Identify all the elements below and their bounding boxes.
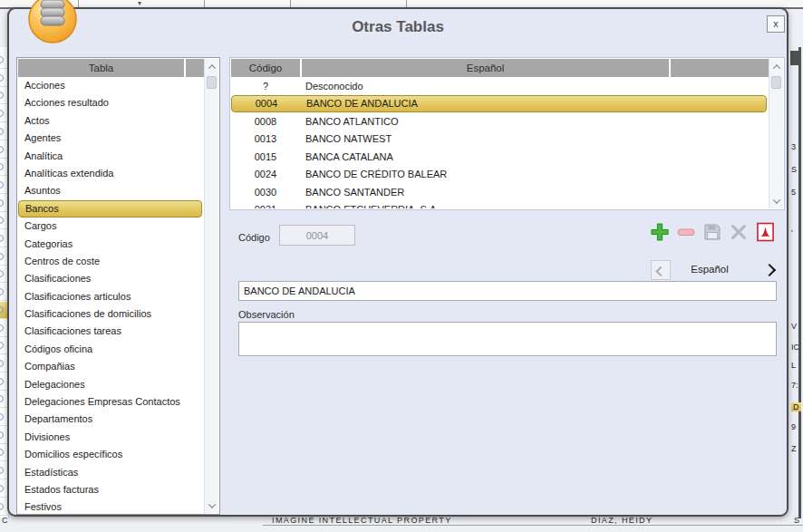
table-list-item[interactable]: Delegaciones [18,376,204,393]
table-list-item[interactable]: Asuntos [18,182,204,199]
language-prev-button[interactable] [651,260,671,280]
table-row[interactable]: 0015BANCA CATALANA [231,148,769,166]
table-list-item[interactable]: Cargos [18,218,204,235]
table-row[interactable]: 0004BANCO DE ANDALUCIA [231,95,767,113]
table-list-item[interactable]: Agentes [18,130,204,147]
scroll-up-icon[interactable] [205,60,218,73]
database-icon [27,0,78,52]
cell-codigo: 0004 [232,98,301,109]
table-list-item[interactable]: Actos [18,112,204,130]
language-label: Español [680,264,740,275]
minus-icon [676,222,696,242]
plus-icon [650,222,670,242]
table-row[interactable]: 0013BANCO NATWEST [231,131,769,149]
tabla-list-scrollbar[interactable] [204,59,218,513]
cell-codigo: 0024 [231,169,300,179]
bank-table-rows: ?Desconocido0004BANCO DE ANDALUCIA0008BA… [231,77,769,208]
table-list-item[interactable]: Domicilios específicos [18,446,204,463]
table-list-item[interactable]: Centros de coste [18,253,204,270]
codigo-label: Código [238,232,270,243]
background-fragment: L [791,361,796,370]
cell-espanol: BANCA CATALANA [300,151,769,162]
cell-espanol: BANCO NATWEST [300,133,769,144]
scroll-down-icon[interactable] [205,498,218,512]
background-fragment: S [791,165,797,174]
cell-codigo: 0013 [231,133,300,144]
table-list-item[interactable]: Acciones resultado [18,94,204,111]
table-list-item[interactable]: Categorias [18,236,204,253]
cell-espanol: Desconocido [300,81,769,92]
table-list-item[interactable]: Delegaciones Empresas Contactos [18,393,204,411]
observacion-field[interactable] [238,322,777,356]
table-list-item[interactable]: Bancos [18,200,202,218]
save-button[interactable] [701,221,723,243]
table-list-item[interactable]: Clasificaciones de domicilios [18,305,204,323]
cell-espanol: BANCO DE CRÉDITO BALEAR [300,169,769,179]
cell-codigo: 0008 [231,116,300,127]
column-header-blank [671,59,769,77]
table-list-item[interactable]: Clasificaciones tareas [18,323,204,340]
table-list-item[interactable]: Códigos oficina [18,341,204,358]
scrollbar-thumb[interactable] [207,76,217,89]
column-header-tabla[interactable]: Tabla [18,59,184,77]
record-toolbar [649,221,776,243]
table-list-item[interactable]: Analíticas extendida [18,165,204,182]
cancel-button[interactable] [728,221,750,243]
background-fragment: ' [791,228,793,237]
background-fragment: D [791,402,801,411]
table-list-item[interactable]: Estados facturas [18,481,204,498]
cell-codigo: 0031 [231,204,300,208]
bank-table-panel: Código Español ?Desconocido0004BANCO DE … [229,57,785,210]
table-list-item[interactable]: Clasificaciones [18,270,204,287]
column-header-codigo[interactable]: Código [231,59,300,77]
background-fragment: 5 [791,188,796,197]
background-fragment: S [794,516,800,525]
table-row[interactable]: 0024BANCO DE CRÉDITO BALEAR [231,166,769,184]
table-list-item[interactable]: Departamentos [18,411,204,428]
column-header-espanol[interactable]: Español [302,59,669,77]
cell-codigo: ? [231,81,300,92]
background-fragment: V [791,322,797,331]
cell-codigo: 0015 [231,151,300,162]
bank-table-scrollbar[interactable] [769,59,783,208]
floppy-icon [702,222,722,242]
chevron-down-icon: ▾ [138,0,141,7]
background-fragment: 3 [791,142,796,151]
cell-codigo: 0030 [231,187,300,198]
cell-espanol: BANCO ATLANTICO [300,116,769,127]
pdf-button[interactable] [754,221,776,243]
table-list-item[interactable]: Divisiones [18,429,204,446]
background-fragment: IMAGINE INTELLECTUAL PROPERTY [272,516,452,525]
table-list-item[interactable]: Acciones [18,77,204,94]
table-row[interactable]: 0030BANCO SANTANDER [231,183,769,201]
column-header-blank [186,59,204,77]
name-field[interactable] [238,281,777,301]
scroll-up-icon[interactable] [769,60,783,73]
codigo-field[interactable] [279,225,355,246]
scroll-down-icon[interactable] [769,194,783,208]
cell-espanol: BANCO ETCHEVERRIA, S.A. [300,204,769,208]
remove-button[interactable] [675,221,697,243]
cell-espanol: BANCO DE ANDALUCIA [301,98,766,109]
language-next-button[interactable] [759,260,779,280]
table-row[interactable]: 0008BANCO ATLANTICO [231,112,769,131]
otras-tablas-dialog: Otras Tablas x Tabla AccionesAcciones re… [7,7,788,517]
tabla-list-panel: Tabla AccionesAcciones resultadoActosAge… [16,57,220,515]
background-fragment: DIAZ, HEIDY [591,516,653,525]
table-list-item[interactable]: Festivos [18,498,204,513]
background-statusbar: C IMAGINE INTELLECTUAL PROPERTY DIAZ, HE… [0,518,803,532]
table-list-item[interactable]: Clasificaciones articulos [18,288,204,305]
table-row[interactable]: ?Desconocido [231,77,769,95]
chevron-right-icon [763,264,776,276]
background-right-column: 3S5'VICL7:D9Z [790,47,803,532]
add-button[interactable] [649,221,671,243]
table-row[interactable]: 0031BANCO ETCHEVERRIA, S.A. [231,201,769,209]
table-list-item[interactable]: Analítica [18,148,204,165]
screen: ▾ T 3S5'VICL7:D9Z C IMAGINE INTELLECTUAL… [0,0,803,532]
scrollbar-thumb[interactable] [771,76,781,89]
close-button[interactable]: x [767,15,785,33]
pdf-icon [757,222,774,242]
table-list-item[interactable]: Estadísticas [18,464,204,481]
x-icon [730,223,748,241]
table-list-item[interactable]: Compañias [18,358,204,375]
